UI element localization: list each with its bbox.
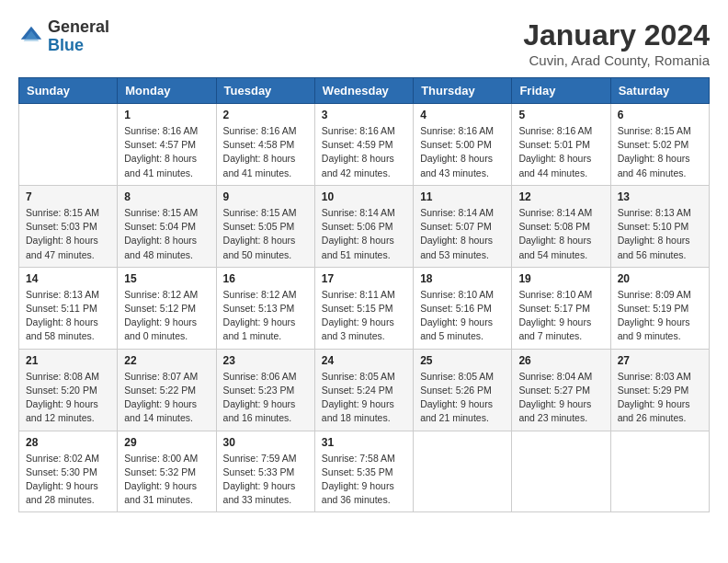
day-number: 10 xyxy=(322,190,406,203)
day-number: 28 xyxy=(26,436,110,449)
day-number: 5 xyxy=(518,109,603,121)
day-number: 13 xyxy=(618,190,702,203)
header-day-sunday: Sunday xyxy=(19,78,118,104)
day-cell: 27Sunrise: 8:03 AMSunset: 5:29 PMDayligh… xyxy=(610,349,709,431)
day-number: 11 xyxy=(420,190,505,203)
title-block: January 2024 Cuvin, Arad County, Romania xyxy=(523,18,710,68)
week-row-3: 14Sunrise: 8:13 AMSunset: 5:11 PMDayligh… xyxy=(19,267,710,349)
header-day-thursday: Thursday xyxy=(414,78,512,104)
day-cell: 13Sunrise: 8:13 AMSunset: 5:10 PMDayligh… xyxy=(610,185,709,267)
week-row-2: 7Sunrise: 8:15 AMSunset: 5:03 PMDaylight… xyxy=(19,185,710,267)
day-info: Sunrise: 8:16 AMSunset: 5:00 PMDaylight:… xyxy=(420,124,505,180)
day-info: Sunrise: 8:13 AMSunset: 5:10 PMDaylight:… xyxy=(618,206,702,262)
header-day-saturday: Saturday xyxy=(610,78,709,104)
day-number: 17 xyxy=(322,272,406,285)
logo: General Blue xyxy=(18,18,109,55)
day-info: Sunrise: 8:15 AMSunset: 5:05 PMDaylight:… xyxy=(223,206,308,262)
day-cell: 21Sunrise: 8:08 AMSunset: 5:20 PMDayligh… xyxy=(19,349,118,431)
day-cell: 15Sunrise: 8:12 AMSunset: 5:12 PMDayligh… xyxy=(118,267,216,349)
day-number: 2 xyxy=(223,109,308,121)
day-cell: 9Sunrise: 8:15 AMSunset: 5:05 PMDaylight… xyxy=(216,185,314,267)
day-info: Sunrise: 8:12 AMSunset: 5:13 PMDaylight:… xyxy=(223,288,308,344)
day-number: 12 xyxy=(518,190,603,203)
day-number: 19 xyxy=(518,272,603,285)
day-cell xyxy=(610,431,709,512)
day-number: 15 xyxy=(124,272,209,285)
day-cell: 11Sunrise: 8:14 AMSunset: 5:07 PMDayligh… xyxy=(414,185,512,267)
logo-general: General xyxy=(48,17,109,36)
day-cell: 22Sunrise: 8:07 AMSunset: 5:22 PMDayligh… xyxy=(118,349,216,431)
day-cell xyxy=(414,431,512,512)
header-day-monday: Monday xyxy=(118,78,216,104)
day-info: Sunrise: 8:16 AMSunset: 5:01 PMDaylight:… xyxy=(518,124,603,180)
day-cell xyxy=(19,104,118,186)
day-number: 25 xyxy=(420,354,505,367)
day-number: 1 xyxy=(124,109,209,121)
day-info: Sunrise: 7:58 AMSunset: 5:35 PMDaylight:… xyxy=(322,452,406,508)
day-info: Sunrise: 8:15 AMSunset: 5:03 PMDaylight:… xyxy=(26,206,110,262)
day-info: Sunrise: 8:12 AMSunset: 5:12 PMDaylight:… xyxy=(124,288,209,344)
day-info: Sunrise: 8:10 AMSunset: 5:16 PMDaylight:… xyxy=(420,288,505,344)
day-cell: 31Sunrise: 7:58 AMSunset: 5:35 PMDayligh… xyxy=(314,431,413,512)
logo-text: General Blue xyxy=(48,18,109,55)
day-cell: 28Sunrise: 8:02 AMSunset: 5:30 PMDayligh… xyxy=(19,431,118,512)
day-cell: 8Sunrise: 8:15 AMSunset: 5:04 PMDaylight… xyxy=(118,185,216,267)
day-cell: 12Sunrise: 8:14 AMSunset: 5:08 PMDayligh… xyxy=(512,185,610,267)
header-day-tuesday: Tuesday xyxy=(216,78,314,104)
day-cell: 19Sunrise: 8:10 AMSunset: 5:17 PMDayligh… xyxy=(512,267,610,349)
day-info: Sunrise: 8:00 AMSunset: 5:32 PMDaylight:… xyxy=(124,452,209,508)
day-cell: 18Sunrise: 8:10 AMSunset: 5:16 PMDayligh… xyxy=(414,267,512,349)
day-cell: 14Sunrise: 8:13 AMSunset: 5:11 PMDayligh… xyxy=(19,267,118,349)
day-info: Sunrise: 8:08 AMSunset: 5:20 PMDaylight:… xyxy=(26,370,110,426)
day-info: Sunrise: 8:16 AMSunset: 4:59 PMDaylight:… xyxy=(322,124,406,180)
day-cell: 23Sunrise: 8:06 AMSunset: 5:23 PMDayligh… xyxy=(216,349,314,431)
day-number: 30 xyxy=(223,436,308,449)
day-cell: 30Sunrise: 7:59 AMSunset: 5:33 PMDayligh… xyxy=(216,431,314,512)
day-cell: 7Sunrise: 8:15 AMSunset: 5:03 PMDaylight… xyxy=(19,185,118,267)
day-info: Sunrise: 8:09 AMSunset: 5:19 PMDaylight:… xyxy=(618,288,702,344)
day-cell: 3Sunrise: 8:16 AMSunset: 4:59 PMDaylight… xyxy=(314,104,413,186)
day-number: 20 xyxy=(618,272,702,285)
day-info: Sunrise: 8:03 AMSunset: 5:29 PMDaylight:… xyxy=(618,370,702,426)
day-info: Sunrise: 8:13 AMSunset: 5:11 PMDaylight:… xyxy=(26,288,110,344)
day-number: 23 xyxy=(223,354,308,367)
day-number: 18 xyxy=(420,272,505,285)
day-cell: 24Sunrise: 8:05 AMSunset: 5:24 PMDayligh… xyxy=(314,349,413,431)
day-cell: 29Sunrise: 8:00 AMSunset: 5:32 PMDayligh… xyxy=(118,431,216,512)
day-cell: 16Sunrise: 8:12 AMSunset: 5:13 PMDayligh… xyxy=(216,267,314,349)
day-info: Sunrise: 8:06 AMSunset: 5:23 PMDaylight:… xyxy=(223,370,308,426)
day-number: 21 xyxy=(26,354,110,367)
day-info: Sunrise: 8:16 AMSunset: 4:57 PMDaylight:… xyxy=(124,124,209,180)
day-number: 9 xyxy=(223,190,308,203)
day-cell: 25Sunrise: 8:05 AMSunset: 5:26 PMDayligh… xyxy=(414,349,512,431)
day-cell: 5Sunrise: 8:16 AMSunset: 5:01 PMDaylight… xyxy=(512,104,610,186)
day-info: Sunrise: 8:14 AMSunset: 5:07 PMDaylight:… xyxy=(420,206,505,262)
day-number: 4 xyxy=(420,109,505,121)
day-cell: 17Sunrise: 8:11 AMSunset: 5:15 PMDayligh… xyxy=(314,267,413,349)
logo-blue: Blue xyxy=(48,36,84,54)
day-cell: 20Sunrise: 8:09 AMSunset: 5:19 PMDayligh… xyxy=(610,267,709,349)
day-number: 29 xyxy=(124,436,209,449)
header-day-friday: Friday xyxy=(512,78,610,104)
location: Cuvin, Arad County, Romania xyxy=(523,52,710,68)
logo-icon xyxy=(18,24,44,50)
day-info: Sunrise: 8:04 AMSunset: 5:27 PMDaylight:… xyxy=(518,370,603,426)
day-info: Sunrise: 8:10 AMSunset: 5:17 PMDaylight:… xyxy=(518,288,603,344)
day-info: Sunrise: 8:14 AMSunset: 5:06 PMDaylight:… xyxy=(322,206,406,262)
day-number: 22 xyxy=(124,354,209,367)
day-info: Sunrise: 8:11 AMSunset: 5:15 PMDaylight:… xyxy=(322,288,406,344)
day-number: 14 xyxy=(26,272,110,285)
day-number: 8 xyxy=(124,190,209,203)
page-header: General Blue January 2024 Cuvin, Arad Co… xyxy=(18,18,710,68)
day-cell: 6Sunrise: 8:15 AMSunset: 5:02 PMDaylight… xyxy=(610,104,709,186)
day-cell xyxy=(512,431,610,512)
day-number: 16 xyxy=(223,272,308,285)
day-number: 24 xyxy=(322,354,406,367)
week-row-4: 21Sunrise: 8:08 AMSunset: 5:20 PMDayligh… xyxy=(19,349,710,431)
day-info: Sunrise: 8:05 AMSunset: 5:26 PMDaylight:… xyxy=(420,370,505,426)
day-number: 31 xyxy=(322,436,406,449)
day-cell: 4Sunrise: 8:16 AMSunset: 5:00 PMDaylight… xyxy=(414,104,512,186)
week-row-5: 28Sunrise: 8:02 AMSunset: 5:30 PMDayligh… xyxy=(19,431,710,512)
day-info: Sunrise: 8:15 AMSunset: 5:02 PMDaylight:… xyxy=(618,124,702,180)
day-cell: 1Sunrise: 8:16 AMSunset: 4:57 PMDaylight… xyxy=(118,104,216,186)
